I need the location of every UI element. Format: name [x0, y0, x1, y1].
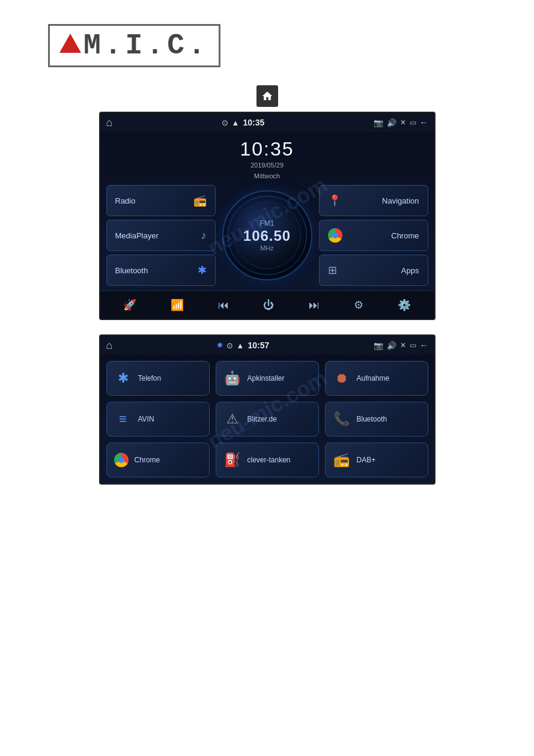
bluetooth2-icon: 📞 [333, 411, 351, 427]
navigation-button[interactable]: 📍 Navigation [319, 185, 428, 216]
screen2-bt-icon: ✱ [217, 341, 223, 349]
clever-app-button[interactable]: ⛽ clever-tanken [216, 443, 319, 477]
chrome-icon [328, 228, 342, 243]
screen2-close-icon[interactable]: ✕ [400, 341, 406, 349]
screen1-right-icons: 📷 🔊 ✕ ▭ ← [374, 118, 428, 127]
home-icon [261, 90, 273, 102]
screen1-home-icon[interactable]: ⌂ [106, 116, 113, 129]
screen1: ⌂ ⊙ ▲ 10:35 📷 🔊 ✕ ▭ ← 10:35 2019/05/29 [99, 112, 435, 320]
equalizer-button[interactable]: ⚙ [349, 296, 368, 314]
clever-icon: ⛽ [223, 452, 241, 468]
screen2-wifi-icon: ▲ [237, 341, 244, 350]
settings-button[interactable]: ⚙️ [393, 296, 416, 314]
blitzer-icon: ⚠ [223, 411, 241, 427]
mediaplayer-button[interactable]: MediaPlayer ♪ [106, 220, 216, 251]
left-buttons: Radio 📻 MediaPlayer ♪ Bluetooth ✱ [106, 185, 219, 286]
screen1-body: 10:35 2019/05/29 Mittwoch Radio 📻 MediaP… [100, 132, 434, 319]
screen2-home-icon[interactable]: ⌂ [106, 339, 113, 352]
chrome-button[interactable]: Chrome [319, 220, 428, 251]
radio-icon: 📻 [193, 194, 207, 207]
navigation-icon: 📍 [328, 194, 341, 207]
bluetooth2-label: Bluetooth [357, 415, 387, 423]
dab-app-button[interactable]: 📻 DAB+ [325, 443, 428, 477]
apps-grid: ✱ Telefon 🤖 Apkinstaller ⏺ Aufnahme ≡ AV… [106, 361, 428, 477]
power-button[interactable]: ⏻ [258, 297, 279, 314]
rewind-button[interactable]: ⏮ [213, 297, 234, 314]
blitzer-app-button[interactable]: ⚠ Blitzer.de [216, 402, 319, 437]
radio-circle-area: FM1 106.50 MHz [219, 185, 315, 286]
apps-button[interactable]: ⊞ Apps [319, 255, 428, 286]
screen2-camera-icon[interactable]: 📷 [374, 341, 383, 350]
logo-triangle-icon [59, 34, 81, 53]
dab-label: DAB+ [357, 456, 376, 464]
bluetooth-button[interactable]: Bluetooth ✱ [106, 255, 216, 286]
screen2-body: ✱ Telefon 🤖 Apkinstaller ⏺ Aufnahme ≡ AV… [100, 355, 434, 483]
apkinstaller-label: Apkinstaller [247, 374, 285, 383]
avin-app-button[interactable]: ≡ AVIN [106, 402, 210, 437]
bluetooth2-app-button[interactable]: 📞 Bluetooth [325, 402, 428, 437]
logo-area: M.I.C. [0, 0, 534, 67]
wifi-ctrl-button[interactable]: 📶 [166, 296, 189, 314]
screen2-time: 10:57 [247, 340, 269, 350]
screen1-volume-icon[interactable]: 🔊 [387, 118, 396, 127]
telefon-icon: ✱ [114, 370, 132, 386]
blitzer-label: Blitzer.de [247, 415, 277, 423]
dab-icon: 📻 [333, 452, 351, 468]
radio-unit: MHz [260, 244, 274, 252]
telefon-label: Telefon [138, 374, 162, 383]
aufnahme-icon: ⏺ [333, 370, 351, 386]
time-display: 10:35 [100, 138, 434, 160]
screen2-volume-icon[interactable]: 🔊 [387, 341, 396, 350]
radio-label: Radio [115, 196, 136, 205]
radio-button[interactable]: Radio 📻 [106, 185, 216, 216]
screen1-center-status: ⊙ ▲ 10:35 [222, 118, 265, 127]
forward-button[interactable]: ⏭ [304, 297, 324, 314]
screen1-camera-icon[interactable]: 📷 [374, 118, 383, 127]
screen2: ⌂ ✱ ⊙ ▲ 10:57 📷 🔊 ✕ ▭ ← ✱ Telefon [99, 334, 435, 485]
telefon-app-button[interactable]: ✱ Telefon [106, 361, 210, 396]
mediaplayer-icon: ♪ [201, 229, 207, 242]
chrome2-icon [114, 453, 129, 467]
clever-label: clever-tanken [247, 456, 291, 464]
screen1-status-bar: ⌂ ⊙ ▲ 10:35 📷 🔊 ✕ ▭ ← [100, 113, 434, 132]
avin-label: AVIN [138, 415, 154, 423]
radio-band: FM1 [260, 219, 275, 228]
screen1-wrapper: ⌂ ⊙ ▲ 10:35 📷 🔊 ✕ ▭ ← 10:35 2019/05/29 [0, 112, 534, 320]
date-display: 2019/05/29 Mittwoch [100, 160, 434, 181]
date-line1: 2019/05/29 [250, 162, 284, 169]
screen2-back-icon[interactable]: ← [420, 340, 428, 350]
radio-circle[interactable]: FM1 106.50 MHz [222, 190, 312, 280]
control-bar: 🚀 📶 ⏮ ⏻ ⏭ ⚙ ⚙️ [100, 291, 434, 319]
bluetooth-label: Bluetooth [115, 266, 148, 275]
apps-icon: ⊞ [328, 264, 337, 277]
chrome-label: Chrome [391, 231, 419, 240]
screen1-back-icon[interactable]: ← [420, 118, 428, 127]
apps-label: Apps [401, 266, 419, 275]
navigation-label: Navigation [382, 196, 419, 205]
rocket-button[interactable]: 🚀 [118, 296, 141, 314]
apkinstaller-app-button[interactable]: 🤖 Apkinstaller [216, 361, 319, 396]
screen2-wrapper: ⌂ ✱ ⊙ ▲ 10:57 📷 🔊 ✕ ▭ ← ✱ Telefon [0, 334, 534, 485]
screen1-location-icon: ⊙ [222, 118, 228, 127]
apk-icon: 🤖 [223, 370, 241, 386]
bluetooth-icon: ✱ [198, 264, 207, 277]
avin-icon: ≡ [114, 411, 132, 427]
screen2-status-bar: ⌂ ✱ ⊙ ▲ 10:57 📷 🔊 ✕ ▭ ← [100, 336, 434, 355]
right-buttons: 📍 Navigation Chrome ⊞ Apps [315, 185, 428, 286]
screen1-close-icon[interactable]: ✕ [400, 118, 406, 127]
logo-text: M.I.C. [83, 29, 209, 62]
screen1-wifi-icon: ▲ [232, 118, 240, 127]
screen2-window-icon[interactable]: ▭ [410, 341, 416, 349]
logo-box: M.I.C. [48, 24, 220, 67]
aufnahme-label: Aufnahme [357, 374, 390, 383]
screen2-center-status: ✱ ⊙ ▲ 10:57 [217, 340, 270, 350]
home-button-area [0, 85, 534, 107]
radio-frequency: 106.50 [243, 228, 291, 244]
screen1-time: 10:35 [243, 118, 264, 127]
chrome2-app-button[interactable]: Chrome [106, 443, 210, 477]
home-button[interactable] [256, 85, 278, 107]
aufnahme-app-button[interactable]: ⏺ Aufnahme [325, 361, 428, 396]
chrome2-label: Chrome [135, 456, 160, 464]
screen1-window-icon[interactable]: ▭ [410, 118, 416, 127]
screen2-location-icon: ⊙ [226, 341, 233, 350]
